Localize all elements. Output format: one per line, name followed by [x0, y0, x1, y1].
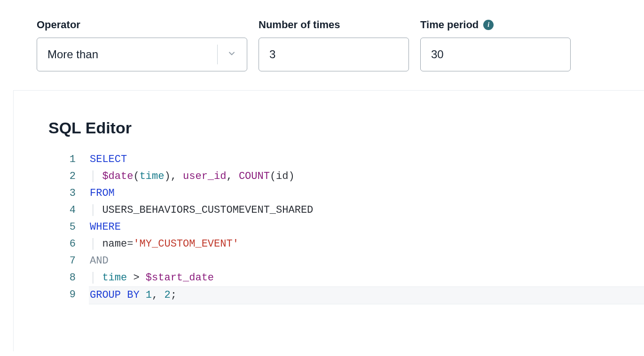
code-content[interactable]: FROM: [89, 185, 644, 202]
period-input[interactable]: 30: [420, 38, 571, 71]
token-keyword: WHERE: [90, 221, 121, 233]
token-plain: [140, 289, 146, 301]
token-plain: [140, 272, 146, 284]
code-line[interactable]: 7AND: [48, 253, 644, 270]
token-col: $start_date: [146, 272, 214, 284]
period-label: Time period: [420, 19, 479, 31]
line-number: 7: [48, 253, 89, 270]
sql-editor-title: SQL Editor: [48, 119, 644, 137]
token-func: COUNT: [239, 170, 270, 182]
period-value: 30: [431, 48, 444, 61]
times-group: Number of times 3: [259, 19, 409, 71]
code-content[interactable]: AND: [89, 253, 644, 270]
token-col: user_id: [183, 170, 226, 182]
token-num: 1: [146, 289, 152, 301]
times-value: 3: [269, 48, 275, 61]
token-punc: (: [270, 170, 276, 182]
code-content[interactable]: │ time > $start_date: [89, 270, 644, 286]
token-plain: name: [102, 238, 127, 250]
token-punc: ,: [226, 170, 238, 182]
token-op: =: [127, 238, 133, 250]
code-line[interactable]: 3FROM: [48, 185, 644, 202]
token-punc: ,: [152, 289, 164, 301]
token-keyword: SELECT: [90, 154, 127, 165]
sql-editor-code[interactable]: 1SELECT2│ $date(time), user_id, COUNT(id…: [48, 151, 644, 304]
criteria-row: Operator More than Number of times 3 Tim…: [0, 19, 644, 71]
token-func: $date: [102, 170, 133, 182]
line-number: 6: [48, 236, 89, 253]
token-plain: id: [276, 170, 288, 182]
code-content[interactable]: │ USERS_BEHAVIORS_CUSTOMEVENT_SHARED: [89, 202, 644, 219]
line-number: 1: [48, 151, 89, 168]
token-keyword: FROM: [90, 187, 115, 199]
operator-label: Operator: [37, 19, 247, 31]
token-op: >: [133, 272, 139, 284]
code-line[interactable]: 6│ name='MY_CUSTOM_EVENT': [48, 236, 644, 253]
token-punc: ): [164, 170, 170, 182]
indent-guide: │: [90, 238, 102, 250]
token-and: AND: [90, 255, 109, 267]
token-punc: ,: [171, 170, 183, 182]
token-plain: [127, 272, 133, 284]
token-keyword: GROUP BY: [90, 289, 140, 301]
code-content[interactable]: WHERE: [89, 219, 644, 236]
code-line[interactable]: 9GROUP BY 1, 2;: [48, 286, 644, 304]
line-number: 8: [48, 270, 89, 286]
code-line[interactable]: 8│ time > $start_date: [48, 270, 644, 286]
code-line[interactable]: 1SELECT: [48, 151, 644, 168]
code-line[interactable]: 4│ USERS_BEHAVIORS_CUSTOMEVENT_SHARED: [48, 202, 644, 219]
token-punc: ;: [171, 289, 177, 301]
line-number: 4: [48, 202, 89, 219]
token-ident: time: [102, 272, 127, 284]
line-number: 5: [48, 219, 89, 236]
chevron-down-icon: [227, 48, 236, 61]
times-label: Number of times: [259, 19, 409, 31]
token-plain: USERS_BEHAVIORS_CUSTOMEVENT_SHARED: [102, 204, 313, 216]
info-icon[interactable]: i: [483, 20, 494, 30]
period-group: Time period i 30: [420, 19, 571, 71]
line-number: 2: [48, 168, 89, 185]
select-divider: [217, 45, 218, 64]
code-content[interactable]: SELECT: [89, 151, 644, 168]
indent-guide: │: [90, 170, 102, 182]
times-input[interactable]: 3: [259, 38, 409, 71]
period-label-row: Time period i: [420, 19, 571, 31]
token-ident: time: [140, 170, 165, 182]
code-content[interactable]: GROUP BY 1, 2;: [89, 286, 644, 304]
token-string: 'MY_CUSTOM_EVENT': [133, 238, 238, 250]
token-num: 2: [164, 289, 170, 301]
indent-guide: │: [90, 272, 102, 284]
line-number: 9: [48, 286, 89, 304]
code-line[interactable]: 2│ $date(time), user_id, COUNT(id): [48, 168, 644, 185]
indent-guide: │: [90, 204, 102, 216]
token-punc: (: [133, 170, 139, 182]
operator-group: Operator More than: [37, 19, 247, 71]
line-number: 3: [48, 185, 89, 202]
code-line[interactable]: 5WHERE: [48, 219, 644, 236]
sql-editor-card: SQL Editor 1SELECT2│ $date(time), user_i…: [13, 90, 644, 351]
token-punc: ): [289, 170, 295, 182]
code-content[interactable]: │ name='MY_CUSTOM_EVENT': [89, 236, 644, 253]
operator-select[interactable]: More than: [37, 38, 247, 71]
code-content[interactable]: │ $date(time), user_id, COUNT(id): [89, 168, 644, 185]
operator-value: More than: [47, 48, 98, 61]
